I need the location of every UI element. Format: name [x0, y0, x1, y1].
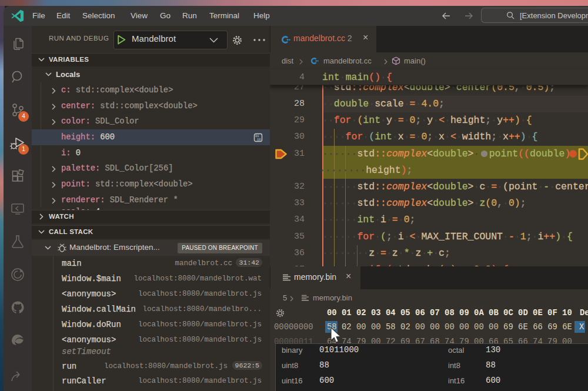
svg-text:10: 10: [257, 138, 260, 142]
